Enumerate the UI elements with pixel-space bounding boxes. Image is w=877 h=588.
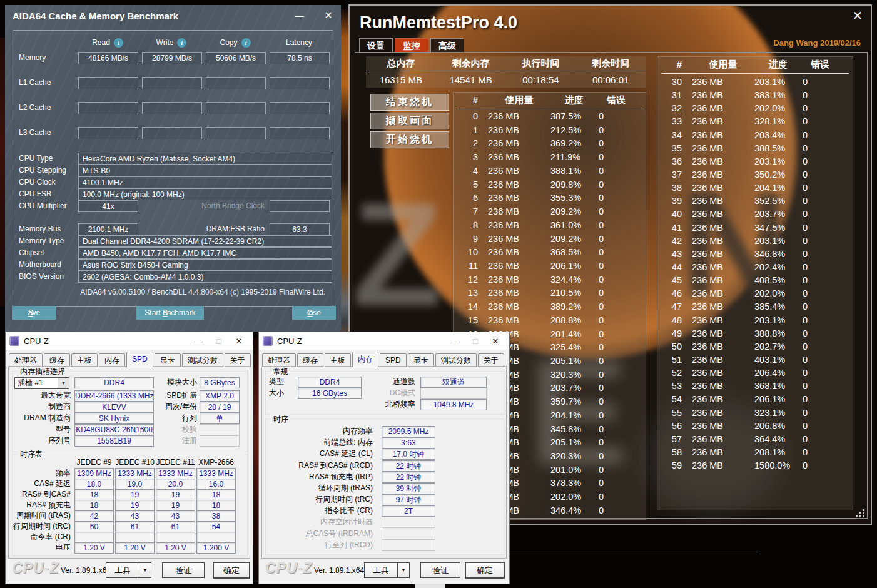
bench-value-box bbox=[206, 102, 266, 114]
tab-处理器[interactable]: 处理器 bbox=[9, 353, 43, 367]
info-icon[interactable]: i bbox=[114, 38, 123, 48]
info-row-label: Chipset bbox=[19, 248, 44, 257]
bench-column-header: Copyi bbox=[206, 38, 265, 48]
table-cell: 236 MB bbox=[692, 287, 754, 300]
table-cell: 43 bbox=[661, 248, 682, 261]
tab-缓存[interactable]: 缓存 bbox=[44, 353, 70, 367]
table-cell: 369.2% bbox=[550, 137, 597, 150]
table-row: 37236 MB350.2%0 bbox=[661, 168, 849, 181]
table-cell: 0 bbox=[801, 115, 838, 128]
start-benchmark-button[interactable]: Start Benchmark bbox=[136, 306, 204, 320]
close-button[interactable]: Close bbox=[292, 306, 336, 320]
table-cell: 206.4% bbox=[754, 367, 801, 380]
info-row-label: CPU FSB bbox=[19, 190, 51, 198]
bench-value-box bbox=[270, 102, 330, 114]
validate-button[interactable]: 验证 bbox=[162, 562, 205, 578]
table-cell: 205.1% bbox=[550, 436, 597, 449]
info-value-box: MTS-B0 bbox=[78, 165, 332, 176]
tab-主板[interactable]: 主板 bbox=[71, 353, 98, 367]
table-cell: 202.0% bbox=[754, 287, 801, 300]
tab-SPD[interactable]: SPD bbox=[380, 353, 407, 367]
tab-设置[interactable]: 设置 bbox=[359, 38, 393, 53]
table-cell: 236 MB bbox=[488, 260, 550, 273]
column-label: Write bbox=[156, 38, 174, 47]
summary-header: 执行时间 bbox=[506, 58, 576, 69]
table-cell: 1580.0% bbox=[754, 459, 801, 472]
bench-value-box bbox=[78, 127, 138, 139]
tab-内存[interactable]: 内存 bbox=[99, 353, 125, 367]
info-icon[interactable]: i bbox=[177, 38, 186, 48]
tab-显卡[interactable]: 显卡 bbox=[155, 353, 181, 367]
table-row: 40236 MB203.7%0 bbox=[661, 208, 849, 221]
close-icon[interactable]: ✕ bbox=[485, 337, 505, 346]
minimize-icon[interactable]: — bbox=[189, 337, 209, 346]
table-cell: 236 MB bbox=[692, 129, 754, 142]
tab-监控[interactable]: 监控 bbox=[395, 38, 428, 53]
validate-button[interactable]: 验证 bbox=[420, 562, 460, 578]
table-cell: 361.0% bbox=[550, 219, 597, 232]
table-cell: 32 bbox=[661, 102, 682, 115]
table-row: 50236 MB202.7%0 bbox=[661, 340, 849, 353]
table-cell: 387.5% bbox=[550, 110, 597, 123]
tab-SPD[interactable]: SPD bbox=[126, 352, 153, 367]
table-cell: 0 bbox=[597, 300, 634, 313]
bench-value-box: 78.5 ns bbox=[270, 52, 330, 64]
close-icon[interactable]: ✕ bbox=[849, 7, 866, 24]
memtest-button-3[interactable]: 开始烧机 bbox=[370, 131, 449, 148]
table-cell: 236 MB bbox=[692, 195, 754, 208]
table-cell: 236 MB bbox=[488, 137, 550, 150]
summary-header: 剩余内存 bbox=[436, 58, 506, 69]
table-cell: 0 bbox=[801, 367, 838, 380]
table-cell: 30 bbox=[661, 76, 682, 89]
tab-关于[interactable]: 关于 bbox=[225, 353, 251, 367]
info-icon[interactable]: i bbox=[241, 38, 251, 48]
tools-dropdown-icon[interactable]: ▼ bbox=[139, 562, 151, 578]
memtest-button-2[interactable]: 撷取画面 bbox=[370, 113, 449, 129]
table-row: 55236 MB323.1%0 bbox=[661, 407, 849, 420]
table-cell: 0 bbox=[597, 436, 634, 449]
info-row-label: CPU Clock bbox=[19, 178, 56, 186]
tab-处理器[interactable]: 处理器 bbox=[262, 353, 296, 367]
ok-button[interactable]: 确定 bbox=[213, 562, 250, 578]
tab-内存[interactable]: 内存 bbox=[352, 352, 378, 367]
table-row: 4236 MB388.1%0 bbox=[457, 165, 642, 178]
table-cell: 0 bbox=[801, 102, 838, 115]
tools-button[interactable]: 工具 bbox=[364, 562, 398, 578]
tab-缓存[interactable]: 缓存 bbox=[297, 353, 323, 367]
group-label: 时序 bbox=[271, 414, 291, 425]
info-value-box: 100.0 MHz (original: 100 MHz) bbox=[78, 188, 332, 200]
minimize-icon[interactable]: — bbox=[445, 337, 465, 346]
table-row: 48236 MB203.1%0 bbox=[661, 314, 849, 327]
table-cell: 42 bbox=[661, 235, 682, 248]
ok-button[interactable]: 确定 bbox=[465, 562, 504, 578]
tab-显卡[interactable]: 显卡 bbox=[408, 353, 434, 367]
tab-高级[interactable]: 高级 bbox=[430, 38, 464, 53]
table-cell: 236 MB bbox=[692, 274, 754, 287]
tools-dropdown-icon[interactable]: ▼ bbox=[397, 562, 410, 578]
tools-button[interactable]: 工具 bbox=[106, 562, 139, 578]
dram-fsb-ratio-box: 63:3 bbox=[270, 223, 330, 235]
tab-測試分數[interactable]: 測試分數 bbox=[435, 353, 477, 367]
close-icon[interactable]: ✕ bbox=[229, 337, 249, 346]
table-row: 15236 MB208.8%0 bbox=[457, 314, 642, 327]
table-cell: 236 MB bbox=[488, 246, 550, 259]
save-button[interactable]: Save bbox=[12, 306, 56, 320]
resize-grip-icon[interactable] bbox=[856, 509, 866, 519]
timings-group: 时序 bbox=[265, 418, 504, 555]
table-cell: 236 MB bbox=[488, 110, 550, 123]
table-row: 6236 MB355.3%0 bbox=[457, 191, 642, 205]
tab-主板[interactable]: 主板 bbox=[325, 353, 351, 367]
info-row-label: CPU Type bbox=[19, 154, 53, 163]
table-cell: 236 MB bbox=[692, 459, 754, 472]
table-cell: 0 bbox=[801, 208, 838, 221]
tab-測試分數[interactable]: 測試分數 bbox=[182, 353, 223, 367]
table-cell: 203.7% bbox=[550, 382, 597, 395]
table-cell: 0 bbox=[801, 407, 838, 420]
memtest-button-1[interactable]: 结束烧机 bbox=[370, 94, 449, 111]
maximize-icon[interactable]: □ bbox=[209, 337, 229, 346]
bench-value-box bbox=[270, 77, 330, 89]
bench-value-box: 48166 MB/s bbox=[78, 52, 138, 64]
table-cell: 14 bbox=[457, 300, 478, 313]
maximize-icon[interactable]: □ bbox=[465, 337, 485, 346]
tab-关于[interactable]: 关于 bbox=[478, 353, 504, 367]
